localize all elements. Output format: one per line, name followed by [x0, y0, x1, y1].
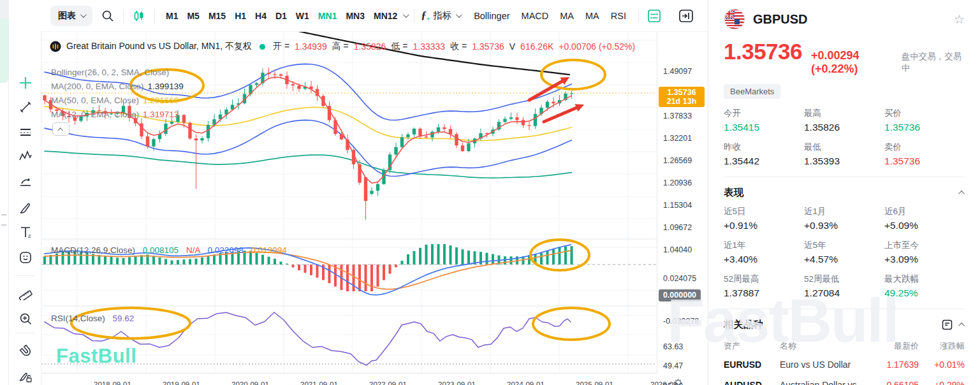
symbol-title[interactable]: Great Britain Pound vs US Dollar, MN1, 不…	[66, 41, 252, 52]
timeframe-h4[interactable]: H4	[251, 7, 271, 25]
timeframe-mn1[interactable]: MN1	[314, 7, 342, 25]
edge-panel-sliver	[0, 0, 9, 385]
macd-zero-badge: 0.000000	[659, 289, 701, 301]
macd-axis-top: 0.024075	[663, 274, 696, 283]
bid-price: 1.35736	[884, 122, 965, 133]
timeframe-mn3[interactable]: MN3	[341, 7, 369, 25]
price-change: +0.00294 (+0.22%)	[811, 49, 902, 76]
trend-line-icon[interactable]	[18, 99, 33, 115]
volume-label: V	[509, 41, 515, 52]
performance-collapse-icon[interactable]	[958, 191, 965, 197]
timeframe-h1[interactable]: H1	[230, 7, 251, 25]
timeframe-m15[interactable]: M15	[204, 7, 230, 25]
bollinger-legend[interactable]: Bollinger(26, 0, 2, SMA, Close)	[51, 68, 169, 77]
chart-menu-button[interactable]: 图表	[50, 6, 92, 26]
price-tick: 1.20936	[663, 178, 692, 187]
rsi-tick: 49.47	[663, 361, 683, 370]
low-label: 低 =	[391, 41, 407, 52]
text-icon[interactable]	[18, 224, 33, 240]
macd-signal-value: 0.022098	[207, 245, 243, 255]
search-icon[interactable]	[99, 7, 117, 25]
drawing-toolbar	[9, 32, 41, 385]
fastbull-logo: FastBull	[56, 345, 136, 368]
low-value: 1.33333	[413, 41, 445, 52]
sidebar-symbol: GBPUSD	[753, 12, 808, 27]
rsi-tick: 35.30	[663, 382, 683, 385]
performance-grid: 近5日+0.91% 近1月+0.93% 近6月+5.09% 近1年+3.40% …	[724, 206, 965, 299]
close-label: 收 =	[450, 41, 467, 52]
timeframe-m5[interactable]: M5	[182, 7, 203, 25]
indicator-chip-bollinger[interactable]: Bollinger	[468, 7, 515, 25]
day-low: 1.35393	[804, 156, 884, 167]
time-axis[interactable]: 2018-09-01 2019-09-01 2020-09-01 2021-09…	[41, 373, 657, 385]
emoji-icon[interactable]	[18, 250, 33, 265]
price-tick: 1.37833	[663, 112, 692, 120]
ruler-icon[interactable]	[18, 286, 33, 301]
related-row-eurusd[interactable]: EURUSD Euro vs US Dollar 1.17639 +0.01%	[724, 354, 965, 375]
time-tick: 2022-09-01	[369, 381, 407, 385]
ma200-legend[interactable]: MA(200, 0, EMA, Close)1.399139	[51, 82, 184, 91]
rsi-legend[interactable]: RSI(14,Close) 59.62	[51, 314, 134, 323]
favorite-star-icon[interactable]: ☆	[954, 12, 965, 27]
layout-panels-icon[interactable]	[645, 7, 663, 25]
rsi-tick: 63.63	[663, 342, 683, 351]
chart-header: Great Britain Pound vs US Dollar, MN1, 不…	[50, 41, 635, 52]
broker-badge[interactable]: BeeMarkets	[724, 84, 780, 99]
timeframe-m1[interactable]: M1	[161, 7, 182, 25]
candlestick-style-icon[interactable]	[130, 7, 148, 25]
open-label: 开 =	[273, 41, 289, 52]
indicators-chevron-icon[interactable]	[456, 11, 462, 18]
parallel-channel-icon[interactable]	[18, 124, 33, 140]
timeframes-chevron-icon[interactable]	[403, 11, 409, 18]
time-tick: 2023-09-01	[438, 381, 476, 385]
performance-section-title: 表现	[724, 186, 743, 200]
collapse-legend-button[interactable]	[52, 122, 69, 136]
current-price-badge: 1.35736 21d 13h	[659, 87, 705, 107]
zoom-in-icon[interactable]	[18, 311, 33, 326]
time-tick: 2021-09-01	[300, 381, 338, 385]
indicators-menu[interactable]: 指标	[433, 10, 451, 22]
gbpusd-flag-icon	[724, 8, 745, 30]
lock-drawings-icon[interactable]	[18, 368, 33, 384]
brush-icon[interactable]	[18, 200, 33, 215]
price-tick: 1.49097	[663, 67, 692, 76]
price-tick: 1.15304	[663, 201, 692, 210]
macd-na-value: N/A	[186, 245, 200, 255]
related-list-icon[interactable]	[942, 319, 953, 330]
prev-close: 1.35442	[724, 156, 804, 167]
related-collapse-icon[interactable]	[958, 323, 965, 329]
price-tick: 1.04040	[663, 245, 692, 254]
fx-indicator-icon[interactable]: ƒ+	[421, 9, 430, 22]
indicator-chip-rsi[interactable]: RSI	[605, 7, 632, 25]
wave-pattern-icon[interactable]	[18, 149, 33, 164]
macd-legend[interactable]: MACD(12,26,9,Close) 0.008105 N/A 0.02209…	[51, 245, 287, 255]
app-window: 图表 M1 M5 M15 H1 H4 D1 W1 MN1 MN3 MN12 ƒ+…	[0, 0, 980, 385]
time-tick: 2018-09-01	[94, 381, 131, 385]
indicator-chip-ma[interactable]: MA	[554, 7, 580, 25]
day-high: 1.35826	[804, 122, 884, 133]
time-tick: 2019-09-01	[163, 381, 200, 385]
indicator-chip-ma2[interactable]: MA	[580, 7, 605, 25]
related-header-row: 资产 名称 最新价 涨跌幅	[724, 338, 965, 354]
magnet-icon[interactable]	[18, 343, 33, 358]
macd-axis-bottom: -0.030278	[663, 317, 699, 326]
ma12-legend[interactable]: MA(12, 0, EMA, Close)1.319713	[51, 110, 179, 119]
crosshair-icon[interactable]	[18, 75, 33, 91]
close-value: 1.35736	[472, 41, 504, 52]
time-tick: 2024-09-01	[507, 381, 545, 385]
max-drawdown: 49.25%	[884, 287, 965, 299]
ma50-legend[interactable]: MA(50, 0, EMA, Close)1.291669	[51, 96, 179, 105]
timeframe-mn12[interactable]: MN12	[369, 7, 402, 25]
curve-arrow-icon[interactable]	[18, 174, 33, 189]
price-tick: 1.32201	[663, 134, 692, 143]
indicator-chip-macd[interactable]: MACD	[516, 7, 555, 25]
ask-price: 1.35736	[884, 156, 965, 167]
change-value: +0.00706 (+0.52%)	[559, 41, 635, 52]
quote-sidebar: GBPUSD ☆ 1.35736 +0.00294 (+0.22%) 盘中交易，…	[708, 0, 980, 385]
related-row-audusd[interactable]: AUDUSD Australian Dollar vs ... 0.66105 …	[724, 375, 965, 385]
timeframe-w1[interactable]: W1	[291, 7, 314, 25]
chart-menu-label: 图表	[58, 10, 76, 22]
collapse-panel-icon[interactable]	[677, 7, 695, 25]
timeframe-d1[interactable]: D1	[271, 7, 291, 25]
price-axis[interactable]: 1.49097 1.43465 1.37833 1.32201 1.26569 …	[657, 32, 708, 373]
